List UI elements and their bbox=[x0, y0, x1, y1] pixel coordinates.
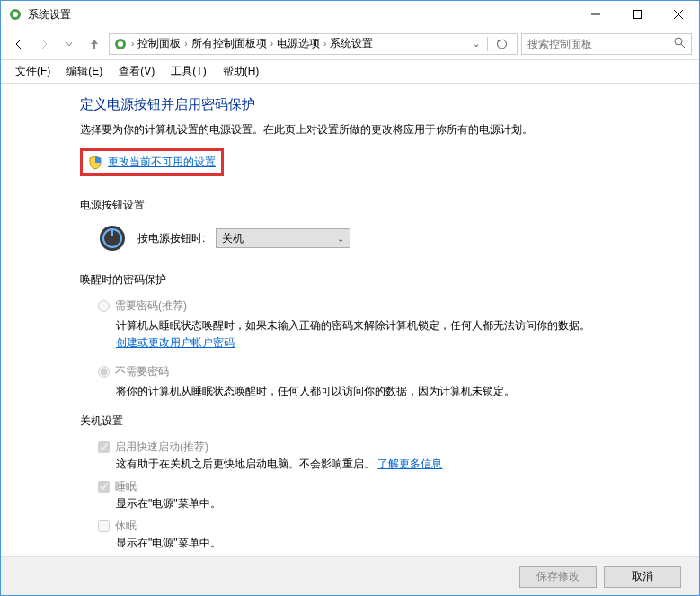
search-input[interactable] bbox=[527, 38, 674, 50]
wakeup-section-title: 唤醒时的密码保护 bbox=[80, 272, 672, 288]
power-options-icon bbox=[8, 7, 22, 22]
shield-icon bbox=[88, 156, 102, 170]
recent-dropdown[interactable] bbox=[58, 33, 80, 55]
up-button[interactable] bbox=[84, 33, 105, 55]
breadcrumb-item[interactable]: 系统设置 bbox=[326, 36, 377, 51]
svg-point-8 bbox=[675, 38, 682, 45]
close-button[interactable] bbox=[658, 1, 699, 28]
check-hibernate-desc: 显示在"电源"菜单中。 bbox=[116, 536, 672, 551]
window-title: 系统设置 bbox=[28, 7, 575, 22]
radio-no-label: 不需要密码 bbox=[115, 364, 169, 379]
power-button-label: 按电源按钮时: bbox=[137, 231, 205, 246]
menu-view[interactable]: 查看(V) bbox=[111, 61, 162, 82]
check-fastboot-desc: 这有助于在关机之后更快地启动电脑。不会影响重启。 了解更多信息 bbox=[116, 457, 672, 472]
check-sleep-label: 睡眠 bbox=[115, 479, 137, 494]
power-button-row: 按电源按钮时: 关机 ⌄ bbox=[98, 224, 672, 253]
power-button-section-title: 电源按钮设置 bbox=[80, 198, 672, 213]
save-button[interactable]: 保存修改 bbox=[519, 566, 597, 588]
svg-line-9 bbox=[681, 44, 685, 48]
create-password-link[interactable]: 创建或更改用户帐户密码 bbox=[116, 336, 235, 349]
breadcrumb-item[interactable]: 电源选项 bbox=[273, 36, 323, 51]
page-subheading: 选择要为你的计算机设置的电源设置。在此页上对设置所做的更改将应用于你所有的电源计… bbox=[80, 122, 672, 138]
titlebar: 系统设置 bbox=[1, 1, 699, 28]
radio-require-input[interactable] bbox=[98, 300, 110, 312]
maximize-button[interactable] bbox=[616, 1, 658, 28]
check-sleep-desc: 显示在"电源"菜单中。 bbox=[116, 496, 672, 511]
minimize-button[interactable] bbox=[575, 1, 616, 28]
radio-no-password: 不需要密码 bbox=[98, 364, 672, 379]
check-fastboot: 启用快速启动(推荐) bbox=[98, 440, 672, 455]
control-panel-icon bbox=[113, 37, 128, 51]
check-fastboot-input[interactable] bbox=[98, 441, 110, 453]
chevron-down-icon: ⌄ bbox=[337, 234, 344, 244]
admin-link-highlight: 更改当前不可用的设置 bbox=[80, 148, 224, 176]
svg-point-1 bbox=[13, 12, 18, 17]
svg-rect-3 bbox=[634, 11, 642, 19]
menubar: 文件(F) 编辑(E) 查看(V) 工具(T) 帮助(H) bbox=[1, 60, 699, 84]
forward-button[interactable] bbox=[33, 33, 55, 55]
menu-help[interactable]: 帮助(H) bbox=[216, 61, 267, 82]
page-heading: 定义电源按钮并启用密码保护 bbox=[80, 96, 672, 113]
search-icon[interactable] bbox=[674, 37, 686, 51]
check-hibernate-input[interactable] bbox=[98, 520, 110, 532]
window-controls bbox=[575, 1, 699, 28]
radio-require-label: 需要密码(推荐) bbox=[115, 298, 187, 314]
radio-no-input[interactable] bbox=[98, 366, 110, 378]
back-button[interactable] bbox=[8, 33, 30, 55]
content-area: 定义电源按钮并启用密码保护 选择要为你的计算机设置的电源设置。在此页上对设置所做… bbox=[1, 84, 699, 556]
refresh-button[interactable] bbox=[492, 33, 513, 55]
footer: 保存修改 取消 bbox=[1, 556, 699, 596]
radio-require-desc: 计算机从睡眠状态唤醒时，如果未输入正确的密码来解除计算机锁定，任何人都无法访问你… bbox=[116, 317, 601, 351]
check-hibernate-label: 休眠 bbox=[115, 519, 137, 534]
radio-no-desc: 将你的计算机从睡眠状态唤醒时，任何人都可以访问你的数据，因为计算机未锁定。 bbox=[116, 383, 601, 400]
power-button-value: 关机 bbox=[222, 231, 244, 246]
breadcrumb[interactable]: › 控制面板 › 所有控制面板项 › 电源选项 › 系统设置 ⌄ bbox=[109, 33, 518, 55]
cancel-button[interactable]: 取消 bbox=[604, 566, 681, 588]
menu-edit[interactable]: 编辑(E) bbox=[59, 61, 110, 82]
search-box[interactable] bbox=[521, 33, 692, 55]
check-hibernate: 休眠 bbox=[98, 519, 672, 534]
breadcrumb-item[interactable]: 控制面板 bbox=[134, 36, 184, 51]
shutdown-section-title: 关机设置 bbox=[80, 414, 672, 429]
change-unavailable-settings-link[interactable]: 更改当前不可用的设置 bbox=[108, 155, 216, 170]
power-button-dropdown[interactable]: 关机 ⌄ bbox=[216, 228, 350, 248]
check-sleep: 睡眠 bbox=[98, 479, 672, 494]
menu-tools[interactable]: 工具(T) bbox=[164, 61, 213, 82]
svg-point-7 bbox=[118, 41, 123, 47]
breadcrumb-item[interactable]: 所有控制面板项 bbox=[188, 36, 270, 51]
power-button-icon bbox=[98, 224, 127, 253]
radio-require-password: 需要密码(推荐) bbox=[98, 298, 672, 314]
navbar: › 控制面板 › 所有控制面板项 › 电源选项 › 系统设置 ⌄ bbox=[1, 28, 699, 60]
learn-more-link[interactable]: 了解更多信息 bbox=[377, 458, 442, 470]
check-fastboot-label: 启用快速启动(推荐) bbox=[115, 440, 208, 455]
address-dropdown[interactable]: ⌄ bbox=[469, 39, 483, 49]
menu-file[interactable]: 文件(F) bbox=[8, 61, 58, 82]
check-sleep-input[interactable] bbox=[98, 481, 110, 493]
